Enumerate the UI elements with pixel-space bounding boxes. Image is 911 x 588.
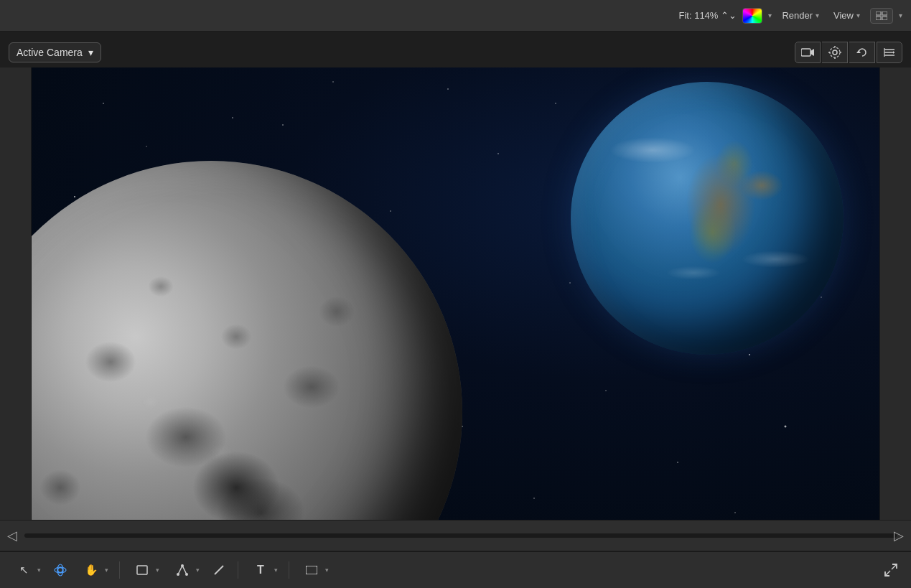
svg-point-24 (181, 564, 184, 567)
pan-chevron: ▾ (105, 566, 108, 574)
camera-view-icon-btn[interactable] (795, 42, 821, 63)
layers-icon-btn[interactable] (877, 42, 902, 63)
pan-tool[interactable]: ✋ (80, 559, 103, 581)
svg-point-18 (58, 568, 63, 573)
viewport-container: Active Camera ▾ (0, 32, 911, 520)
move-icon (828, 46, 841, 59)
svg-point-22 (177, 573, 179, 576)
shape-tool[interactable] (300, 559, 323, 581)
orbit-tool[interactable] (49, 559, 72, 581)
rotate-icon (856, 46, 869, 59)
layers-icon (883, 46, 896, 59)
rotate-icon-btn[interactable] (849, 42, 875, 63)
earth-object (571, 82, 844, 355)
timeline-bar: ◁ ▷ (0, 520, 911, 551)
camera-select[interactable]: Active Camera ▾ (9, 42, 101, 62)
top-toolbar: Fit: 114% ⌃⌄ ▾ Render ▾ View ▾ ▾ (0, 0, 911, 32)
pen-icon (177, 564, 188, 576)
fit-control[interactable]: Fit: 114% ⌃⌄ (678, 10, 737, 21)
timeline-end-marker[interactable]: ▷ (894, 528, 904, 543)
svg-rect-4 (801, 49, 810, 56)
expand-icon (884, 563, 898, 577)
camera-chevron: ▾ (88, 47, 93, 58)
line-icon (213, 564, 225, 576)
transform-icon-btn[interactable] (822, 42, 848, 63)
scene-canvas (32, 67, 879, 520)
svg-rect-2 (876, 17, 881, 20)
pen-tool-group[interactable]: ▾ (167, 557, 203, 583)
select-tool-group[interactable]: ↖ ▾ (9, 557, 45, 583)
text-tool-group[interactable]: T ▾ (246, 557, 281, 583)
render-arrow: ▾ (816, 11, 819, 19)
svg-point-23 (185, 573, 188, 576)
expand-btn[interactable] (879, 559, 902, 581)
fit-label: Fit: 114% (678, 10, 718, 21)
svg-rect-3 (882, 17, 887, 20)
text-tool[interactable]: T (249, 559, 272, 581)
timeline-track[interactable] (24, 533, 897, 538)
pan-tool-group[interactable]: ✋ ▾ (76, 557, 112, 583)
svg-marker-17 (893, 51, 894, 54)
tool-separator-3 (289, 561, 289, 579)
color-swatch[interactable] (742, 8, 762, 24)
svg-rect-26 (306, 566, 317, 574)
shape-chevron: ▾ (325, 566, 329, 574)
view-arrow: ▾ (856, 11, 860, 19)
select-tool[interactable]: ↖ (12, 559, 35, 581)
tool-separator-2 (238, 561, 238, 579)
render-dropdown[interactable]: Render ▾ (777, 8, 823, 23)
viewport-left-bar (0, 67, 32, 520)
viewport-icons (795, 42, 902, 63)
pen-chevron: ▾ (196, 566, 200, 574)
svg-rect-0 (876, 11, 881, 15)
bottom-toolbar: ↖ ▾ ✋ ▾ ▾ ▾ (0, 551, 911, 588)
space-scene (32, 67, 879, 520)
shape-tool-group[interactable]: ▾ (296, 557, 332, 583)
view-dropdown[interactable]: View ▾ (829, 8, 864, 23)
fit-group: Fit: 114% ⌃⌄ (678, 10, 737, 21)
select-chevron: ▾ (37, 566, 41, 574)
svg-line-25 (215, 566, 223, 574)
svg-point-7 (830, 47, 840, 57)
orbit-icon (54, 564, 67, 577)
svg-line-27 (892, 564, 897, 569)
svg-rect-1 (882, 11, 887, 15)
grid-icon (876, 11, 887, 20)
shape-icon (306, 566, 317, 574)
text-chevron: ▾ (274, 566, 278, 574)
line-tool[interactable] (207, 559, 230, 581)
camera-icon (801, 47, 814, 57)
svg-rect-21 (137, 566, 147, 574)
svg-line-28 (885, 571, 890, 576)
color-dropdown-arrow[interactable]: ▾ (768, 11, 772, 19)
rect-tool[interactable] (131, 559, 154, 581)
fit-arrows: ⌃⌄ (721, 10, 737, 21)
camera-select-label: Active Camera (17, 47, 83, 58)
rect-tool-group[interactable]: ▾ (127, 557, 163, 583)
rect-icon (136, 565, 148, 575)
viewport-right-bar (879, 67, 911, 520)
view-toggle[interactable] (870, 8, 893, 24)
rect-chevron: ▾ (156, 566, 159, 574)
view-toggle-arrow[interactable]: ▾ (899, 11, 902, 19)
tool-separator-1 (119, 561, 120, 579)
pen-tool[interactable] (171, 559, 194, 581)
timeline-start-marker[interactable]: ◁ (7, 528, 17, 543)
